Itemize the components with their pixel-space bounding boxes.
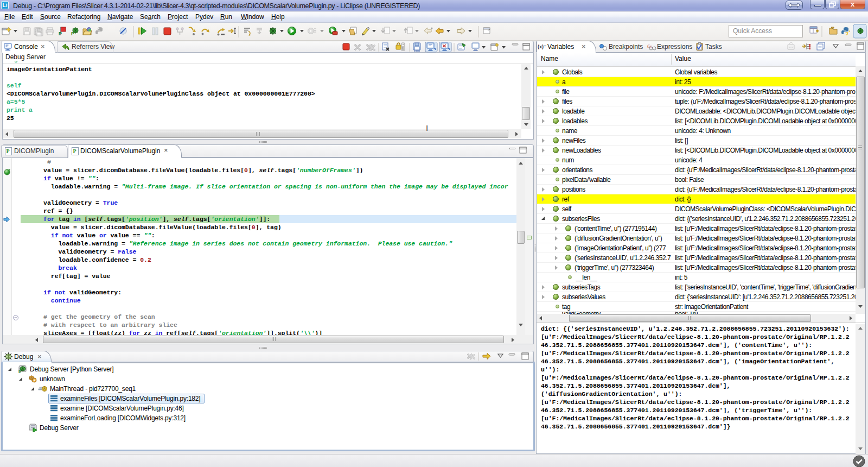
svg-text:P: P	[73, 148, 76, 154]
svg-text:P: P	[7, 148, 10, 154]
svg-text:P: P	[71, 31, 74, 36]
svg-text:P: P	[59, 31, 62, 36]
svg-text:p: p	[18, 369, 21, 373]
